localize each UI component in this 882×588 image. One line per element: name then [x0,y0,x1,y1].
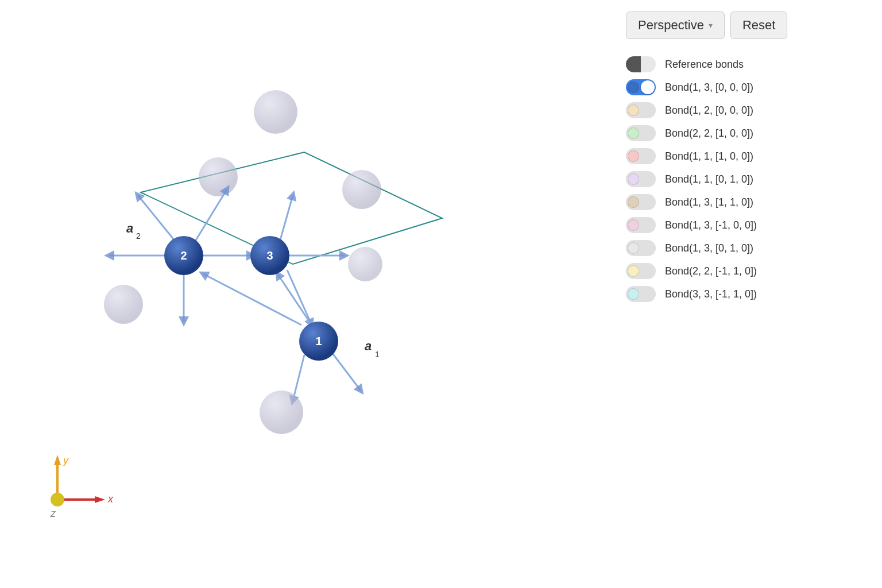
toggle-bond-1-1-100[interactable] [626,148,656,164]
toggle-bond-1-3-010[interactable] [626,240,656,256]
bond-arrow [293,355,304,401]
toggle-bond-1-3-110[interactable] [626,194,656,210]
perspective-label: Perspective [638,18,704,33]
legend-label-bond-2-2-n110: Bond(2, 2, [-1, 1, 0]) [665,265,757,277]
bond-arrow [203,274,301,325]
right-panel: Perspective ▾ Reset Reference bondsBond(… [609,0,882,588]
x-arrow [95,496,105,503]
legend-label-bond-1-3-000: Bond(1, 3, [0, 0, 0]) [665,82,753,94]
node-1-label: 1 [315,335,322,347]
legend-label-bond-3-3-n110: Bond(3, 3, [-1, 1, 0]) [665,288,757,300]
legend-label-reference-bonds: Reference bonds [665,59,744,71]
color-dot-bond-3-3-n110 [628,288,639,300]
color-dot-bond-2-2-100 [628,127,639,139]
legend-item-bond-3-3-n110: Bond(3, 3, [-1, 1, 0]) [626,286,865,302]
legend: Reference bondsBond(1, 3, [0, 0, 0])Bond… [626,56,865,302]
toggle-bond-1-3-n100[interactable] [626,217,656,233]
toggle-bond-3-3-n110[interactable] [626,286,656,302]
color-dot-bond-2-2-n110 [628,265,639,277]
z-node [51,493,64,506]
bond-arrow [287,270,311,324]
perspective-button[interactable]: Perspective ▾ [626,11,725,39]
node-2-label: 2 [180,249,187,262]
color-dot-bond-1-3-000 [628,82,639,93]
color-dot-bond-1-1-100 [628,150,639,162]
bond-arrow [280,195,293,240]
toggle-bond-1-2-000[interactable] [626,102,656,118]
x-axis-label: x [107,493,114,505]
a1-subscript: 1 [375,350,380,359]
scene-svg: 2 3 1 a 2 a 1 y x z [0,0,609,588]
toggle-bond-1-1-010[interactable] [626,171,656,187]
ghost-node [342,170,381,209]
legend-label-bond-1-1-100: Bond(1, 1, [1, 0, 0]) [665,150,753,163]
toggle-bond-1-3-000[interactable] [626,79,656,95]
a2-subscript: 2 [136,231,141,241]
reset-label: Reset [742,18,775,32]
legend-item-reference-bonds: Reference bonds [626,56,865,72]
ghost-node [260,390,303,434]
ghost-node [199,157,238,196]
legend-item-bond-1-2-000: Bond(1, 2, [0, 0, 0]) [626,102,865,118]
legend-label-bond-1-3-110: Bond(1, 3, [1, 1, 0]) [665,196,753,208]
legend-item-bond-2-2-n110: Bond(2, 2, [-1, 1, 0]) [626,263,865,279]
y-arrow [54,455,61,465]
a1-label: a [365,339,372,353]
bond-arrow [330,350,361,390]
ghost-node [104,285,143,324]
legend-item-bond-1-1-100: Bond(1, 1, [1, 0, 0]) [626,148,865,164]
color-dot-bond-1-3-110 [628,196,639,208]
toggle-bond-2-2-100[interactable] [626,125,656,141]
legend-item-bond-1-3-n100: Bond(1, 3, [-1, 0, 0]) [626,217,865,233]
chevron-down-icon: ▾ [709,21,713,30]
legend-label-bond-2-2-100: Bond(2, 2, [1, 0, 0]) [665,127,753,140]
reset-button[interactable]: Reset [730,11,787,39]
z-axis-label: z [50,508,56,519]
color-dot-bond-1-3-n100 [628,219,639,231]
color-dot-bond-1-3-010 [628,242,639,254]
legend-item-bond-1-1-010: Bond(1, 1, [0, 1, 0]) [626,171,865,187]
ghost-node [254,90,297,134]
bond-arrow [138,195,175,241]
y-axis-label: y [62,455,69,466]
color-dot-bond-1-2-000 [628,105,639,116]
bond-arrow [195,189,227,241]
legend-label-bond-1-2-000: Bond(1, 2, [0, 0, 0]) [665,105,753,117]
legend-item-bond-1-3-110: Bond(1, 3, [1, 1, 0]) [626,194,865,210]
legend-item-bond-1-3-000: Bond(1, 3, [0, 0, 0]) [626,79,865,95]
legend-label-bond-1-3-010: Bond(1, 3, [0, 1, 0]) [665,242,753,254]
legend-label-bond-1-1-010: Bond(1, 1, [0, 1, 0]) [665,173,753,185]
color-dot-bond-1-1-010 [628,173,639,185]
legend-item-bond-2-2-100: Bond(2, 2, [1, 0, 0]) [626,125,865,141]
legend-label-bond-1-3-n100: Bond(1, 3, [-1, 0, 0]) [665,219,757,231]
toggle-knob-bond-1-3-000 [641,80,655,94]
toggle-reference-bonds[interactable] [626,56,656,72]
ghost-node [348,247,382,281]
legend-item-bond-1-3-010: Bond(1, 3, [0, 1, 0]) [626,240,865,256]
a2-label: a [126,221,133,235]
toggle-bond-2-2-n110[interactable] [626,263,656,279]
node-3-label: 3 [266,249,273,262]
top-controls: Perspective ▾ Reset [626,11,865,39]
